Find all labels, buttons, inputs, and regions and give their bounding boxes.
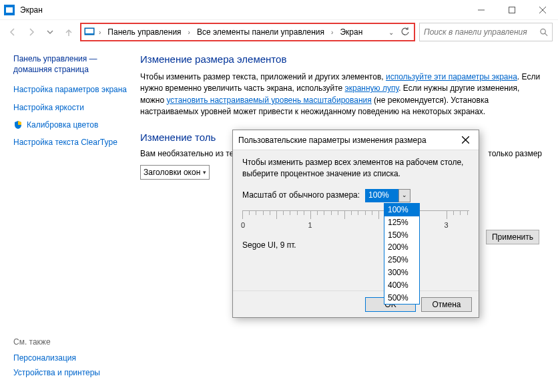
dialog-instructions: Чтобы изменить размер всех элементов на … (242, 157, 469, 180)
address-bar[interactable]: › Панель управления › Все элементы панел… (80, 23, 415, 41)
breadcrumb-display[interactable]: Экран (337, 26, 365, 38)
svg-rect-1 (509, 7, 515, 13)
scale-option-100[interactable]: 100% (384, 204, 419, 216)
close-button[interactable] (527, 0, 558, 20)
search-icon[interactable] (539, 27, 548, 37)
dialog-footer: OK Отмена (233, 290, 479, 317)
text-item-combobox[interactable]: Заголовки окон ▾ (140, 165, 210, 180)
svg-point-7 (541, 29, 545, 33)
dialog-body: Чтобы изменить размер всех элементов на … (233, 150, 479, 257)
app-icon (4, 5, 15, 15)
shield-icon (13, 120, 23, 130)
see-also-section: См. также Персонализация Устройства и пр… (13, 337, 100, 383)
ruler-tick-0: 0 (241, 220, 245, 230)
breadcrumb-control-panel[interactable]: Панель управления (105, 26, 184, 38)
control-panel-home-link[interactable]: Панель управления — домашняя страница (13, 53, 133, 75)
chevron-right-icon[interactable]: › (187, 29, 192, 36)
sidebar-link-cleartype[interactable]: Настройка текста ClearType (13, 137, 133, 148)
scale-option-300[interactable]: 300% (384, 266, 419, 279)
font-sample: Segoe UI, 9 пт. (242, 240, 469, 251)
apply-button[interactable]: Применить (486, 230, 539, 244)
sidebar-link-brightness[interactable]: Настройка яркости (13, 102, 133, 113)
svg-line-8 (545, 33, 547, 36)
dialog-title: Пользовательские параметры изменения раз… (238, 136, 427, 145)
search-input[interactable] (424, 27, 539, 37)
custom-scaling-dialog: Пользовательские параметры изменения раз… (232, 130, 479, 318)
link-custom-scaling[interactable]: установить настраиваемый уровень масштаб… (166, 95, 371, 105)
monitor-icon (84, 27, 95, 37)
ruler-tick-1: 1 (308, 220, 312, 230)
scale-option-400[interactable]: 400% (384, 279, 419, 292)
combobox-value: Заголовки окон (144, 168, 200, 177)
link-magnifier[interactable]: экранную лупу (345, 83, 399, 93)
ruler-tick-3: 3 (445, 220, 449, 230)
sidebar-link-color-calibration[interactable]: Калибровка цветов (27, 120, 98, 130)
scale-option-200[interactable]: 200% (384, 241, 419, 254)
search-box[interactable] (419, 23, 553, 41)
title-bar: Экран (0, 0, 558, 20)
chevron-right-icon[interactable]: › (97, 29, 102, 36)
see-also-heading: См. также (13, 337, 100, 347)
scale-label: Масштаб от обычного размера: (242, 190, 360, 201)
window-title: Экран (20, 5, 43, 15)
sidebar: Панель управления — домашняя страница На… (13, 53, 140, 180)
ruler[interactable]: 0 1 3 (242, 210, 469, 237)
see-also-personalization[interactable]: Персонализация (13, 353, 100, 363)
address-dropdown-button[interactable]: ⌄ (386, 29, 396, 36)
svg-rect-6 (85, 29, 93, 33)
scale-combobox[interactable]: 100% (365, 189, 398, 202)
sidebar-link-display-settings[interactable]: Настройка параметров экрана (13, 84, 133, 95)
dialog-title-bar: Пользовательские параметры изменения раз… (233, 130, 479, 150)
breadcrumb-all-items[interactable]: Все элементы панели управления (194, 26, 327, 38)
back-button[interactable] (5, 25, 20, 39)
page-description: Чтобы изменить размер текста, приложений… (140, 71, 545, 118)
scale-option-150[interactable]: 150% (384, 229, 419, 242)
scale-option-500[interactable]: 500% (384, 292, 419, 305)
link-display-params[interactable]: используйте эти параметры экрана (386, 72, 517, 81)
scale-dropdown-button[interactable]: ⌄ (398, 189, 410, 202)
maximize-button[interactable] (497, 0, 527, 20)
chevron-down-icon: ▾ (203, 169, 206, 176)
dialog-close-button[interactable] (457, 132, 473, 148)
refresh-button[interactable] (399, 26, 411, 38)
scale-dropdown-list[interactable]: 100% 125% 150% 200% 250% 300% 400% 500% (384, 203, 420, 305)
scale-option-250[interactable]: 250% (384, 254, 419, 266)
forward-button[interactable] (24, 25, 39, 39)
nav-row: › Панель управления › Все элементы панел… (0, 20, 558, 44)
see-also-devices[interactable]: Устройства и принтеры (13, 368, 100, 377)
up-button[interactable] (61, 25, 76, 39)
recent-locations-button[interactable] (43, 25, 57, 39)
page-heading: Изменение размера элементов (140, 53, 545, 65)
minimize-button[interactable] (466, 0, 497, 20)
chevron-right-icon[interactable]: › (330, 29, 334, 36)
scale-option-125[interactable]: 125% (384, 216, 419, 229)
cancel-button[interactable]: Отмена (421, 297, 472, 312)
